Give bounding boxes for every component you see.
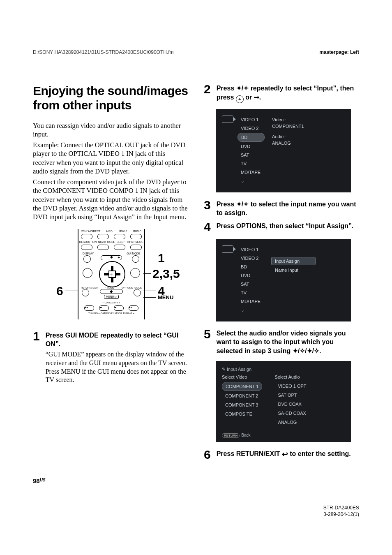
- gui-input-menu: VIDEO 1 VIDEO 2 BD DVD SAT TV MD/TAPE ⌄ …: [216, 109, 351, 192]
- chevron-down-icon: ⌄: [241, 178, 244, 183]
- step5-num: 5: [204, 328, 211, 340]
- step1-desc: “GUI MODE” appears on the display window…: [46, 350, 188, 384]
- callout-6: 6: [56, 284, 63, 298]
- remote-diagram: 2CH/ A.DIRECT A.F.D. MOVIE MUSIC RESOLUT…: [53, 229, 168, 319]
- option-input-assign: Input Assign: [271, 257, 316, 265]
- gui1-list: VIDEO 1 VIDEO 2 BD DVD SAT TV MD/TAPE ⌄: [238, 116, 265, 186]
- input-icon: [222, 245, 233, 253]
- callout-235: 2,3,5: [152, 267, 180, 281]
- intro-p1: You can reassign video and/or audio sign…: [33, 121, 188, 139]
- gui2-list: VIDEO 1 VIDEO 2 BD DVD SAT TV MD/TAPE ⌄: [238, 245, 265, 315]
- step2-head: Press ✦/✧ repeatedly to select “Input”, …: [217, 84, 359, 103]
- file-path: D:\SONY HA\3289204121\01US-STRDA2400ESUC…: [33, 49, 174, 55]
- return-button-icon: RETURN: [222, 433, 240, 438]
- step4-num: 4: [204, 221, 211, 233]
- page-title: Enjoying the sound/images from other inp…: [33, 84, 188, 112]
- callout-1: 1: [158, 251, 165, 265]
- gui-input-assign: ✎ Input Assign Select Video COMPONENT 1 …: [216, 361, 351, 442]
- step6-num: 6: [204, 449, 211, 461]
- page-number: 98US: [33, 477, 359, 484]
- intro-p3: Connect the component video jack of the …: [33, 178, 188, 222]
- callout-menu: MENU: [158, 294, 173, 301]
- return-loop-icon: ↩: [282, 449, 288, 459]
- up-down-arrows-icon: ✦/✧: [236, 201, 249, 208]
- chevron-down-icon: ⌄: [241, 308, 244, 312]
- step1-num: 1: [33, 330, 40, 342]
- gui-options-menu: VIDEO 1 VIDEO 2 BD DVD SAT TV MD/TAPE ⌄ …: [216, 239, 351, 321]
- right-arrow-icon: ➞: [254, 94, 259, 101]
- step1-head: Press GUI MODE repeatedly to select “GUI…: [46, 331, 188, 349]
- input-icon: [222, 116, 233, 123]
- masterpage-label: masterpage: Left: [319, 49, 359, 55]
- plus-circle-icon: +: [236, 95, 244, 103]
- footer-doc-id: STR-DA2400ES 3-289-204-12(1): [33, 505, 359, 518]
- up-down-arrows-icon: ✦/✧: [236, 85, 249, 92]
- direction-arrows-icon: ✦/✧/✦/✧: [293, 347, 319, 354]
- step6-head: Press RETURN/EXIT ↩ to enter the setting…: [217, 449, 359, 459]
- tool-icon: ✎: [222, 367, 226, 372]
- step5-head: Select the audio and/or video signals yo…: [217, 329, 359, 356]
- step3-head: Press ✦/✧ to select the input name you w…: [217, 200, 359, 217]
- step4-head: Press OPTIONS, then select “Input Assign…: [217, 222, 359, 231]
- option-name-input: Name Input: [271, 266, 316, 274]
- intro-p2: Example: Connect the OPTICAL OUT jack of…: [33, 141, 188, 176]
- step3-num: 3: [204, 199, 211, 211]
- step2-num: 2: [204, 83, 211, 95]
